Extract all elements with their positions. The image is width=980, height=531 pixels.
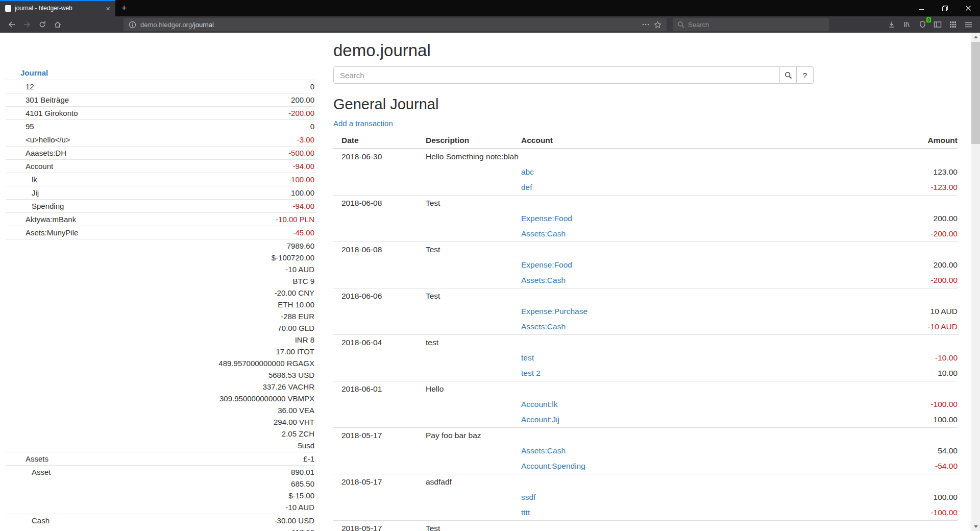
posting-account-link[interactable]: abc	[521, 164, 534, 180]
account-link[interactable]: 301 Beiträge	[26, 94, 69, 106]
posting-row: Assets:Cash-200.00	[333, 273, 958, 288]
transaction-header-row[interactable]: 2018-05-17asdfadf	[333, 474, 958, 490]
scrollbar-down-arrow[interactable]	[971, 522, 980, 531]
posting-row: Account:Spending-54.00	[333, 458, 958, 474]
transaction-description: Test	[426, 242, 958, 257]
posting-amount: 100.00	[876, 412, 958, 427]
posting-account-link[interactable]: tttt	[521, 505, 530, 520]
scrollbar-thumb[interactable]	[971, 42, 980, 144]
browser-toolbar: demo.hledger.org/journal Search 0	[0, 16, 980, 33]
new-tab-button[interactable]: +	[115, 0, 133, 16]
window-close-button[interactable]	[957, 0, 980, 16]
library-button[interactable]	[899, 17, 915, 32]
bookmark-star-icon[interactable]	[654, 21, 662, 29]
transaction-header-row[interactable]: 2018-05-17Pay foo bar baz	[333, 427, 958, 443]
downloads-button[interactable]	[884, 17, 899, 32]
account-link[interactable]: <u>hello</u>	[26, 134, 70, 146]
journal-search-input[interactable]	[333, 66, 780, 84]
scrollbar-up-arrow[interactable]	[971, 33, 980, 41]
posting-account-link[interactable]: test	[521, 350, 534, 366]
transaction-header-row[interactable]: 2018-06-08Test	[333, 195, 958, 211]
page-title: demo.journal	[333, 41, 958, 60]
transaction-description: Test	[426, 288, 958, 304]
transaction-header-row[interactable]: 2018-06-06Test	[333, 288, 958, 304]
restore-icon	[942, 5, 948, 12]
balance-amount: 0	[310, 81, 314, 92]
posting-account-link[interactable]: Assets:Cash	[521, 319, 566, 334]
col-header-account: Account	[521, 133, 876, 148]
browser-search-bar[interactable]: Search	[673, 18, 829, 31]
add-transaction-link[interactable]: Add a transaction	[333, 119, 393, 128]
posting-amount: -10.00	[876, 350, 958, 366]
grid-icon	[949, 21, 957, 28]
account-row: Cash-30.00 USD-117.00	[6, 514, 315, 531]
transaction-header-row[interactable]: 2018-06-04test	[333, 334, 958, 350]
url-text[interactable]: demo.hledger.org/journal	[140, 21, 638, 29]
journal-search-button[interactable]	[780, 66, 797, 84]
transaction-header-row[interactable]: 2018-06-01Hello	[333, 381, 958, 397]
account-link[interactable]: 4101 Girokonto	[26, 107, 78, 119]
transaction-description: Test	[426, 196, 958, 211]
reload-button[interactable]	[35, 17, 50, 32]
account-link[interactable]: 12	[26, 81, 34, 92]
posting-account-link[interactable]: Expense:Food	[521, 257, 572, 273]
browser-tab[interactable]: journal - hledger-web ×	[0, 0, 115, 16]
account-balance: £-1	[303, 453, 314, 465]
window-restore-button[interactable]	[933, 0, 957, 16]
extension-badge: 0	[926, 17, 931, 22]
posting-row: Expense:Food200.00	[333, 257, 958, 273]
account-link[interactable]: Asets:MunyPile	[26, 227, 78, 238]
apps-grid-button[interactable]	[945, 17, 961, 32]
posting-amount: -100.00	[876, 397, 958, 412]
posting-account-link[interactable]: Account:Spending	[521, 458, 585, 474]
balance-amount: 337.26 VACHR	[218, 381, 314, 393]
posting-account-link[interactable]: Assets:Cash	[521, 443, 566, 458]
transaction-date: 2018-06-08	[341, 196, 426, 211]
posting-account-link[interactable]: Assets:Cash	[521, 273, 566, 288]
transaction-header-row[interactable]: 2018-05-17Test	[333, 520, 958, 531]
account-link[interactable]: Cash	[26, 515, 50, 526]
forward-button[interactable]	[19, 17, 35, 32]
back-icon	[8, 20, 16, 29]
account-link[interactable]: Asset	[26, 466, 51, 478]
url-bar[interactable]: demo.hledger.org/journal	[124, 18, 667, 31]
account-link[interactable]: Jij	[26, 187, 39, 199]
sidebar-journal-link[interactable]: Journal	[20, 68, 48, 77]
transaction-header-row[interactable]: 2018-06-08Test	[333, 242, 958, 257]
transaction-header-row[interactable]: 2018-06-30Hello Something note:blah	[333, 149, 958, 164]
tab-close-icon[interactable]: ×	[106, 5, 110, 12]
search-help-button[interactable]: ?	[797, 66, 814, 84]
window-minimize-button[interactable]	[910, 0, 933, 16]
back-button[interactable]	[4, 17, 19, 32]
account-row: Spending-94.00	[6, 199, 315, 212]
sidebar-toggle-button[interactable]	[930, 17, 945, 32]
posting-account-link[interactable]: Account:Jij	[521, 412, 559, 427]
menu-button[interactable]	[961, 17, 976, 32]
account-link[interactable]: Aaasets:DH	[26, 147, 66, 159]
account-row: 4101 Girokonto-200.00	[6, 106, 315, 119]
extension-button[interactable]: 0	[915, 17, 930, 32]
balance-amount: -20.00 CNY	[218, 287, 314, 299]
account-link[interactable]: Assets	[26, 453, 48, 465]
account-link[interactable]: Spending	[26, 200, 64, 212]
account-link[interactable]: 95	[26, 120, 34, 132]
posting-account-link[interactable]: Expense:Purchase	[521, 304, 587, 319]
home-button[interactable]	[50, 17, 65, 32]
account-link[interactable]: Account	[26, 160, 53, 172]
transaction-date: 2018-06-08	[341, 242, 426, 257]
posting-amount: -200.00	[876, 273, 958, 288]
posting-account-link[interactable]: Assets:Cash	[521, 226, 566, 242]
account-link[interactable]: Aktywa:mBank	[26, 213, 76, 225]
posting-account-link[interactable]: test 2	[521, 366, 541, 381]
posting-account-link[interactable]: Expense:Food	[521, 211, 572, 226]
posting-account-link[interactable]: Account:lk	[521, 397, 558, 412]
posting-account-link[interactable]: ssdf	[521, 490, 535, 505]
page-scrollbar[interactable]	[971, 33, 980, 531]
page-actions-icon[interactable]	[642, 21, 650, 28]
transaction-description: test	[426, 335, 958, 350]
posting-account-link[interactable]: def	[521, 180, 532, 195]
account-link[interactable]: lk	[26, 174, 37, 185]
posting-amount: 100.00	[876, 490, 958, 505]
balance-amount: $-100720.00	[218, 252, 314, 263]
posting-row: abc123.00	[333, 164, 958, 180]
